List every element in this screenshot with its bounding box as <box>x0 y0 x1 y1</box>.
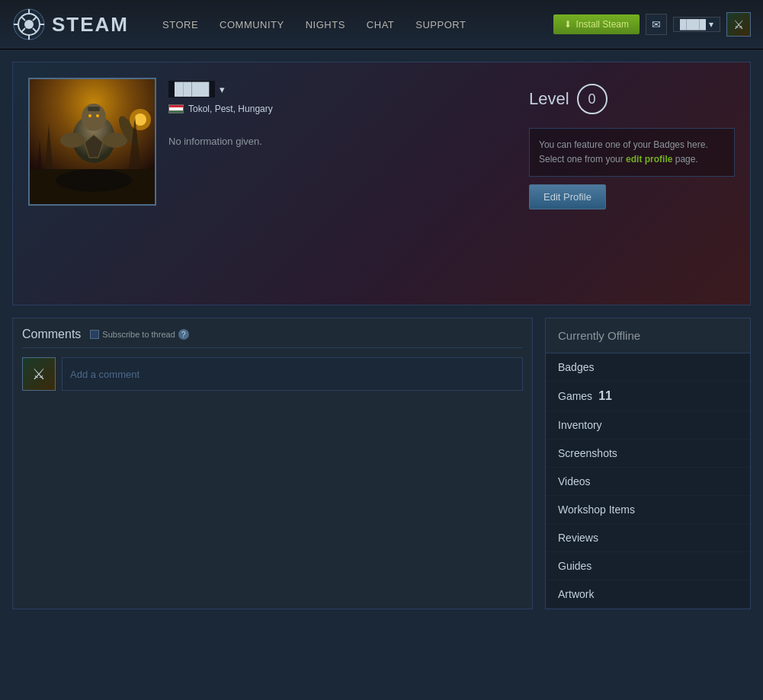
header-avatar-image: ⚔ <box>727 13 750 36</box>
sidebar-link-videos[interactable]: Videos <box>546 468 750 496</box>
svg-point-2 <box>24 20 34 29</box>
level-section: Level 0 <box>529 78 735 120</box>
nav-chat[interactable]: CHAT <box>356 0 405 50</box>
sidebar-link-badges[interactable]: Badges <box>546 353 750 382</box>
svg-point-14 <box>96 114 99 117</box>
sidebar-link-reviews[interactable]: Reviews <box>546 524 750 552</box>
nav-community[interactable]: COMMUNITY <box>209 0 295 50</box>
username-display: ████ ▾ <box>168 81 273 97</box>
sidebar-link-artwork[interactable]: Artwork <box>546 580 750 609</box>
games-count: 11 <box>598 389 612 403</box>
commenter-avatar-image: ⚔ <box>23 358 55 390</box>
profile-avatar <box>28 78 156 206</box>
level-badge: 0 <box>577 84 608 114</box>
profile-right: Level 0 You can feature one of your Badg… <box>529 78 735 289</box>
comment-input-row: ⚔ <box>22 357 523 391</box>
location-row: Tokol, Pest, Hungary <box>168 104 273 114</box>
header-avatar[interactable]: ⚔ <box>726 12 751 37</box>
download-icon: ⬇ <box>564 19 572 30</box>
svg-point-15 <box>56 169 132 192</box>
badge-text-2: page. <box>672 154 697 165</box>
sidebar-link-screenshots[interactable]: Screenshots <box>546 439 750 468</box>
bottom-section: Comments Subscribe to thread ? ⚔ Current… <box>12 318 751 609</box>
location-text: Tokol, Pest, Hungary <box>188 104 273 114</box>
sidebar-link-inventory[interactable]: Inventory <box>546 411 750 439</box>
svg-rect-12 <box>88 107 100 111</box>
install-btn-label: Install Steam <box>576 19 629 30</box>
edit-profile-link[interactable]: edit profile <box>626 154 672 165</box>
profile-info: ████ ▾ Tokol, Pest, Hungary No informati… <box>168 78 273 289</box>
comments-title: Comments <box>22 328 81 341</box>
sidebar-link-games[interactable]: Games 11 <box>546 382 750 411</box>
nav-store[interactable]: STORE <box>152 0 209 50</box>
page-content: ████ ▾ Tokol, Pest, Hungary No informati… <box>0 50 763 622</box>
subscribe-label: Subscribe to thread <box>102 330 175 339</box>
nav-support[interactable]: SUPPORT <box>405 0 476 50</box>
subscribe-checkbox[interactable] <box>90 330 99 339</box>
username-dropdown-arrow[interactable]: ▾ <box>220 84 225 95</box>
install-steam-button[interactable]: ⬇ Install Steam <box>553 14 640 34</box>
nav-nights[interactable]: NIGHTS <box>295 0 356 50</box>
commenter-avatar: ⚔ <box>22 357 56 391</box>
comments-section: Comments Subscribe to thread ? ⚔ <box>12 318 533 609</box>
comment-input[interactable] <box>62 357 523 391</box>
offline-status: Currently Offline <box>546 318 750 353</box>
header: STEAM STORE COMMUNITY NIGHTS CHAT SUPPOR… <box>0 0 763 50</box>
profile-left: ████ ▾ Tokol, Pest, Hungary No informati… <box>28 78 517 289</box>
badges-label: Badges <box>558 361 594 373</box>
no-info-text: No information given. <box>168 136 273 147</box>
profile-area: ████ ▾ Tokol, Pest, Hungary No informati… <box>12 62 751 305</box>
avatar-svg <box>30 78 155 206</box>
avatar-image <box>30 79 155 204</box>
games-label: Games <box>558 390 592 402</box>
profile-username: ████ <box>168 81 215 97</box>
profile-sidebar: Currently Offline Badges Games 11 Invent… <box>545 318 751 609</box>
edit-profile-button[interactable]: Edit Profile <box>529 184 606 209</box>
header-username: ████ <box>680 19 706 30</box>
sidebar-link-guides[interactable]: Guides <box>546 552 750 580</box>
games-row: Games 11 <box>558 389 738 403</box>
mail-button[interactable]: ✉ <box>646 14 667 35</box>
badge-feature-box: You can feature one of your Badges here.… <box>529 128 735 177</box>
sidebar-link-workshop[interactable]: Workshop Items <box>546 496 750 524</box>
main-nav: STORE COMMUNITY NIGHTS CHAT SUPPORT <box>152 0 553 50</box>
help-icon[interactable]: ? <box>178 329 189 340</box>
svg-point-8 <box>103 133 127 148</box>
subscribe-area: Subscribe to thread ? <box>90 329 188 340</box>
logo-area: STEAM <box>12 8 129 41</box>
header-right: ⬇ Install Steam ✉ ████ ▾ ⚔ <box>553 12 751 37</box>
steam-logo-icon <box>12 8 46 41</box>
comments-header: Comments Subscribe to thread ? <box>22 328 523 348</box>
chevron-down-icon: ▾ <box>709 19 713 30</box>
username-dropdown[interactable]: ████ ▾ <box>673 17 720 32</box>
avatar-container <box>28 78 156 206</box>
steam-wordmark: STEAM <box>52 13 129 37</box>
svg-point-7 <box>60 133 85 148</box>
level-label: Level <box>529 89 569 109</box>
hungary-flag-icon <box>168 104 184 113</box>
svg-point-11 <box>134 113 146 126</box>
svg-point-13 <box>88 114 91 117</box>
